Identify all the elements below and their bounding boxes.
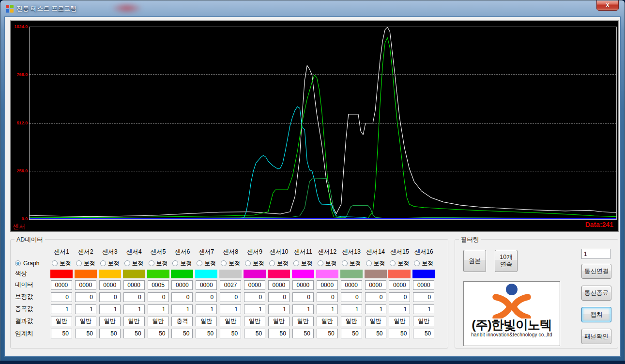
threshold-value-15[interactable]: 50 [389,329,410,338]
threshold-value-9[interactable]: 50 [244,329,265,338]
calibration-radio-9[interactable] [245,260,251,266]
data-value-1[interactable]: 0000 [51,280,72,290]
comm-disconnect-button[interactable]: 통신종료 [581,286,611,301]
capture-button[interactable]: 캡쳐 [581,307,611,322]
data-value-12[interactable]: 0000 [317,280,338,290]
amplify-value-4[interactable]: 1 [123,304,145,314]
amplify-value-1[interactable]: 1 [51,304,72,314]
correction-value-15[interactable]: 0 [389,292,410,302]
data-value-10[interactable]: 0000 [268,280,290,290]
calibration-radio-2[interactable] [76,260,82,266]
amplify-value-8[interactable]: 1 [220,304,241,314]
correction-value-14[interactable]: 0 [365,292,386,302]
threshold-value-4[interactable]: 50 [123,329,145,338]
amplify-value-6[interactable]: 1 [171,304,193,314]
threshold-value-13[interactable]: 50 [341,329,362,338]
data-value-5[interactable]: 0005 [148,280,169,290]
result-value-8[interactable]: 일반 [220,317,241,326]
threshold-value-5[interactable]: 50 [148,329,169,338]
calibration-radio-6[interactable] [172,260,178,266]
count-input[interactable] [581,249,610,259]
threshold-value-11[interactable]: 50 [292,329,314,338]
result-value-11[interactable]: 일반 [292,317,314,326]
amplify-value-11[interactable]: 1 [292,304,314,314]
data-value-14[interactable]: 0000 [365,280,386,290]
data-value-11[interactable]: 0000 [292,280,314,290]
threshold-value-2[interactable]: 50 [75,329,96,338]
calibration-radio-16[interactable] [414,260,420,266]
data-value-3[interactable]: 0000 [99,280,121,290]
result-value-3[interactable]: 일반 [99,317,121,326]
amplify-value-3[interactable]: 1 [99,304,121,314]
correction-value-16[interactable]: 0 [413,292,434,302]
correction-value-2[interactable]: 0 [75,292,96,302]
comm-connect-button[interactable]: 통신연결 [581,264,611,279]
threshold-value-1[interactable]: 50 [51,329,72,338]
threshold-value-8[interactable]: 50 [220,329,241,338]
result-value-15[interactable]: 일반 [389,317,410,326]
result-value-7[interactable]: 일반 [196,317,217,326]
correction-value-6[interactable]: 0 [171,292,193,302]
amplify-value-7[interactable]: 1 [196,304,217,314]
result-value-6[interactable]: 충격 [171,317,193,326]
amplify-value-13[interactable]: 1 [341,304,362,314]
amplify-value-2[interactable]: 1 [75,304,96,314]
amplify-value-16[interactable]: 1 [413,304,434,314]
correction-value-5[interactable]: 0 [148,292,169,302]
correction-value-1[interactable]: 0 [51,292,72,302]
correction-value-3[interactable]: 0 [99,292,121,302]
calibration-radio-5[interactable] [149,260,154,266]
calibration-radio-15[interactable] [390,260,396,266]
result-value-12[interactable]: 일반 [317,317,338,326]
data-value-16[interactable]: 0000 [413,280,434,290]
threshold-value-12[interactable]: 50 [317,329,338,338]
data-value-15[interactable]: 0000 [389,280,410,290]
result-value-13[interactable]: 일반 [341,317,362,326]
data-value-2[interactable]: 0000 [75,280,96,290]
correction-value-12[interactable]: 0 [317,292,338,302]
threshold-value-10[interactable]: 50 [268,329,290,338]
result-value-14[interactable]: 일반 [365,317,386,326]
threshold-value-3[interactable]: 50 [99,329,121,338]
correction-value-4[interactable]: 0 [123,292,145,302]
panel-check-button[interactable]: 패널확인 [581,329,611,344]
result-value-16[interactable]: 일반 [413,317,434,326]
data-value-13[interactable]: 0000 [341,280,362,290]
result-value-10[interactable]: 일반 [268,317,290,326]
amplify-value-12[interactable]: 1 [317,304,338,314]
calibration-radio-13[interactable] [342,260,348,266]
correction-value-11[interactable]: 0 [292,292,314,302]
data-value-9[interactable]: 0000 [244,280,265,290]
ten-consecutive-button[interactable]: 10개 연속 [495,250,518,272]
correction-value-13[interactable]: 0 [341,292,362,302]
correction-value-7[interactable]: 0 [196,292,217,302]
result-value-9[interactable]: 일반 [244,317,265,326]
calibration-radio-7[interactable] [197,260,202,266]
result-value-2[interactable]: 일반 [75,317,96,326]
calibration-radio-4[interactable] [124,260,130,266]
data-value-7[interactable]: 0000 [196,280,217,290]
threshold-value-14[interactable]: 50 [365,329,386,338]
calibration-radio-3[interactable] [100,260,106,266]
correction-value-9[interactable]: 0 [244,292,265,302]
threshold-value-7[interactable]: 50 [196,329,217,338]
amplify-value-5[interactable]: 1 [148,304,169,314]
calibration-radio-11[interactable] [293,260,299,266]
titlebar[interactable]: 진동 테스트 프로그램 x [0,0,625,16]
threshold-value-16[interactable]: 50 [413,329,434,338]
amplify-value-15[interactable]: 1 [389,304,410,314]
close-button[interactable]: x [596,0,619,11]
correction-value-8[interactable]: 0 [220,292,241,302]
data-value-8[interactable]: 0027 [220,280,241,290]
calibration-radio-14[interactable] [366,260,372,266]
result-value-1[interactable]: 일반 [51,317,72,326]
calibration-radio-8[interactable] [221,260,227,266]
original-button[interactable]: 원본 [463,250,486,272]
amplify-value-10[interactable]: 1 [268,304,290,314]
result-value-5[interactable]: 일반 [148,317,169,326]
graph-radio[interactable] [15,260,21,266]
data-value-6[interactable]: 0000 [171,280,193,290]
amplify-value-9[interactable]: 1 [244,304,265,314]
calibration-radio-1[interactable] [52,260,58,266]
result-value-4[interactable]: 일반 [123,317,145,326]
